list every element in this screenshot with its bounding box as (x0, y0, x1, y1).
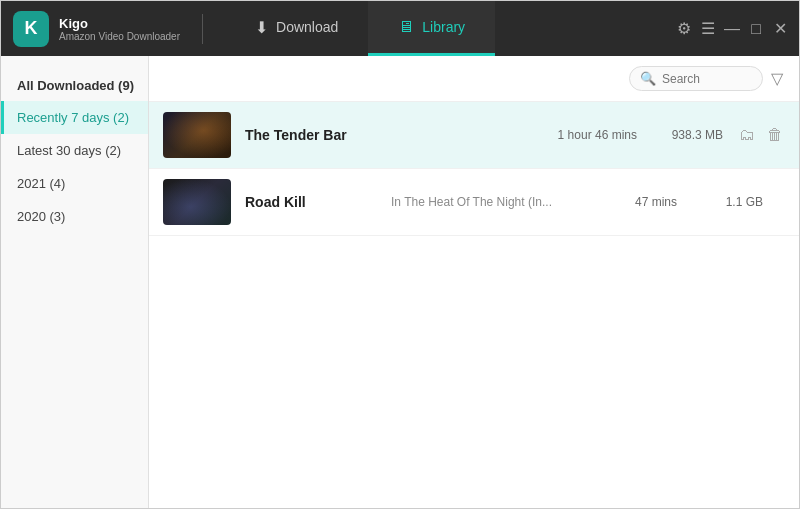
sidebar-header: All Downloaded (9) (1, 68, 148, 101)
thumbnail (163, 112, 231, 158)
item-actions: 🗂 🗑 (737, 124, 785, 146)
item-size: 1.1 GB (693, 195, 763, 209)
close-button[interactable]: ✕ (773, 22, 787, 36)
titlebar-right: ⚙ ☰ — □ ✕ (677, 19, 787, 38)
sidebar-item-recent7[interactable]: Recently 7 days (2) (1, 101, 148, 134)
app-branding: K Kigo Amazon Video Downloader ⬇ Downloa… (13, 1, 495, 56)
item-title: Road Kill (245, 194, 375, 210)
item-subtitle: In The Heat Of The Night (In... (391, 195, 571, 209)
item-duration: 1 hour 46 mins (547, 128, 637, 142)
search-box[interactable]: 🔍 (629, 66, 763, 91)
item-info: The Tender Bar 1 hour 46 mins 938.3 MB (245, 127, 723, 143)
minimize-button[interactable]: — (725, 22, 739, 36)
content-toolbar: 🔍 ▽ (149, 56, 799, 102)
sidebar-item-2020[interactable]: 2020 (3) (1, 200, 148, 233)
search-input[interactable] (662, 72, 752, 86)
library-tab-icon: 🖥 (398, 18, 414, 36)
sidebar-item-latest30[interactable]: Latest 30 days (2) (1, 134, 148, 167)
item-size: 938.3 MB (653, 128, 723, 142)
main-layout: All Downloaded (9) Recently 7 days (2) L… (1, 56, 799, 509)
delete-button[interactable]: 🗑 (765, 124, 785, 146)
app-name: Kigo (59, 16, 180, 31)
tab-library[interactable]: 🖥 Library (368, 1, 495, 56)
item-duration: 47 mins (587, 195, 677, 209)
content-area: 🔍 ▽ The Tender Bar 1 hour 46 mins 938.3 … (149, 56, 799, 509)
app-logo: K (13, 11, 49, 47)
app-subtitle: Amazon Video Downloader (59, 31, 180, 42)
items-list: The Tender Bar 1 hour 46 mins 938.3 MB 🗂… (149, 102, 799, 509)
sidebar: All Downloaded (9) Recently 7 days (2) L… (1, 56, 149, 509)
maximize-button[interactable]: □ (749, 22, 763, 36)
search-icon: 🔍 (640, 71, 656, 86)
settings-icon[interactable]: ⚙ (677, 19, 691, 38)
download-tab-icon: ⬇ (255, 18, 268, 37)
list-item[interactable]: The Tender Bar 1 hour 46 mins 938.3 MB 🗂… (149, 102, 799, 169)
item-info: Road Kill In The Heat Of The Night (In..… (245, 194, 771, 210)
tab-download-label: Download (276, 19, 338, 35)
thumbnail (163, 179, 231, 225)
filter-icon[interactable]: ▽ (771, 69, 783, 88)
titlebar-divider (202, 14, 203, 44)
app-title-block: Kigo Amazon Video Downloader (59, 16, 180, 42)
menu-icon[interactable]: ☰ (701, 19, 715, 38)
tab-download[interactable]: ⬇ Download (225, 1, 368, 56)
item-title: The Tender Bar (245, 127, 375, 143)
tab-library-label: Library (422, 19, 465, 35)
titlebar: K Kigo Amazon Video Downloader ⬇ Downloa… (1, 1, 799, 56)
list-item[interactable]: Road Kill In The Heat Of The Night (In..… (149, 169, 799, 236)
open-folder-button[interactable]: 🗂 (737, 124, 757, 146)
nav-tabs: ⬇ Download 🖥 Library (225, 1, 495, 56)
sidebar-item-2021[interactable]: 2021 (4) (1, 167, 148, 200)
